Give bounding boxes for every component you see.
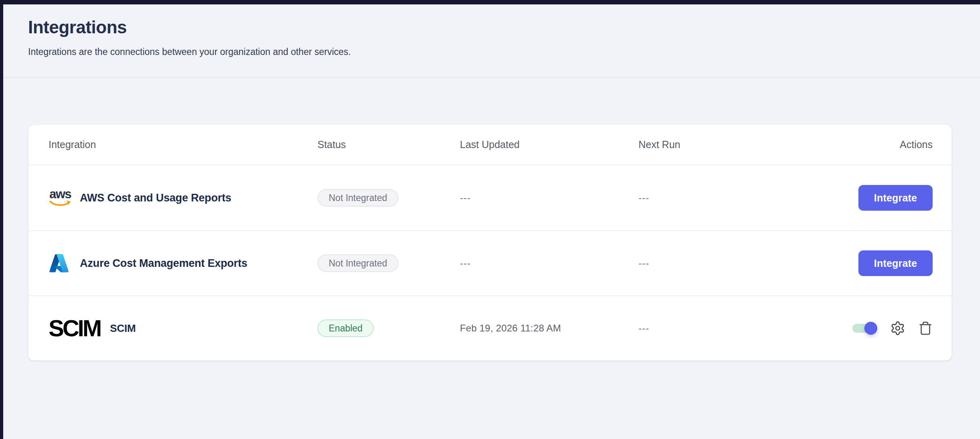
- settings-button[interactable]: [890, 321, 905, 336]
- enabled-toggle[interactable]: [852, 324, 875, 333]
- window-frame-left: [0, 0, 3, 439]
- aws-smile-arrow-icon: [49, 200, 71, 207]
- integration-cell: aws AWS Cost and Usage Reports: [49, 189, 317, 207]
- integration-name: Azure Cost Management Exports: [80, 257, 247, 270]
- next-run-cell: ---: [638, 258, 786, 269]
- integration-cell: Azure Cost Management Exports: [49, 253, 317, 274]
- page-header: Integrations Integrations are the connec…: [28, 16, 351, 58]
- azure-logo-icon: [49, 253, 69, 274]
- column-header-status: Status: [317, 139, 460, 150]
- table-header-row: Integration Status Last Updated Next Run…: [28, 125, 952, 165]
- next-run-cell: ---: [638, 192, 786, 203]
- status-badge: Not Integrated: [317, 189, 399, 207]
- column-header-integration: Integration: [49, 139, 317, 150]
- scim-logo-icon: SCIM: [49, 317, 100, 340]
- table-row-scim: SCIM SCIM Enabled Feb 19, 2026 11:28 AM …: [28, 295, 952, 360]
- aws-logo-text: aws: [49, 189, 71, 200]
- table-row-aws: aws AWS Cost and Usage Reports Not Integ…: [28, 165, 952, 230]
- table-row-azure: Azure Cost Management Exports Not Integr…: [28, 230, 952, 295]
- page-subtitle: Integrations are the connections between…: [28, 46, 351, 58]
- integration-cell: SCIM SCIM: [49, 317, 317, 340]
- window-frame-top: [0, 0, 980, 4]
- integration-name: SCIM: [110, 322, 136, 335]
- column-header-actions: Actions: [900, 139, 933, 150]
- actions-cell: [852, 321, 933, 336]
- status-cell: Enabled: [317, 319, 460, 337]
- trash-icon: [918, 321, 933, 336]
- integration-name: AWS Cost and Usage Reports: [80, 192, 231, 204]
- next-run-cell: ---: [638, 323, 786, 334]
- last-updated-cell: ---: [460, 192, 638, 203]
- integrate-button[interactable]: Integrate: [858, 250, 933, 276]
- delete-button[interactable]: [918, 321, 933, 336]
- last-updated-cell: ---: [460, 258, 638, 269]
- last-updated-cell: Feb 19, 2026 11:28 AM: [460, 323, 638, 334]
- status-cell: Not Integrated: [317, 189, 460, 207]
- column-header-next-run: Next Run: [638, 139, 786, 150]
- header-divider: [3, 77, 980, 78]
- gear-icon: [890, 321, 905, 336]
- actions-cell: Integrate: [858, 185, 933, 211]
- integrate-button[interactable]: Integrate: [858, 185, 933, 211]
- toggle-knob: [864, 322, 877, 335]
- actions-cell: Integrate: [858, 250, 933, 276]
- column-header-last-updated: Last Updated: [460, 139, 638, 150]
- aws-logo-icon: aws: [49, 189, 72, 207]
- status-cell: Not Integrated: [317, 254, 460, 272]
- page-title: Integrations: [28, 16, 351, 39]
- status-badge: Enabled: [317, 319, 374, 337]
- integrations-table-card: Integration Status Last Updated Next Run…: [28, 124, 952, 361]
- status-badge: Not Integrated: [317, 254, 399, 272]
